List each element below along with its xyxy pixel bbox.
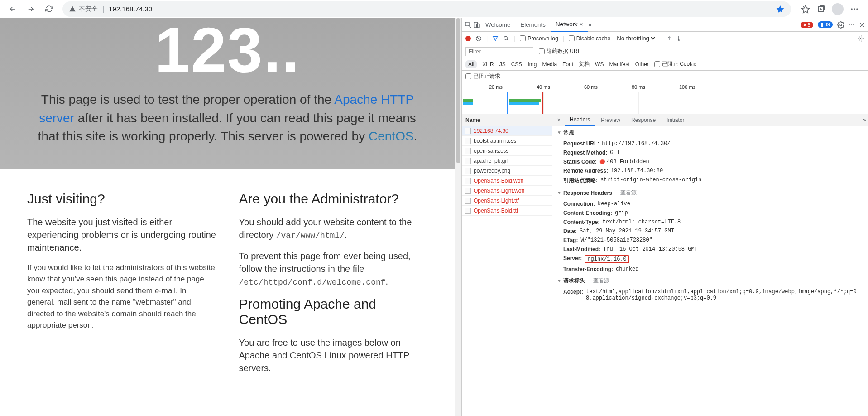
tab-elements[interactable]: Elements [516,18,550,32]
filter-icon[interactable] [492,35,499,42]
detail-tab-initiator[interactable]: Initiator [662,114,689,126]
hero-number: 123.. [27,18,428,82]
error-badge[interactable]: 5 [801,22,813,28]
forward-button[interactable] [24,2,38,16]
device-toggle-icon[interactable] [473,21,480,29]
scroll-thumb[interactable] [456,18,460,163]
type-all[interactable]: All [465,60,477,68]
devtools-panel: Welcome Elements Network× » 5 ▮ 39 ⋯ | |… [461,18,868,416]
warning-icon [69,5,76,13]
type-xhr[interactable]: XHR [482,61,494,68]
download-icon[interactable]: ⭳ [676,35,681,42]
request-row[interactable]: bootstrap.min.css [462,136,552,146]
page-viewport: 123.. This page is used to test the prop… [0,18,455,416]
request-name: apache_pb.gif [474,158,508,164]
detail-tab-headers[interactable]: Headers [565,114,595,126]
detail-tab-preview[interactable]: Preview [596,114,625,126]
disable-cache-checkbox[interactable]: Disable cache [569,35,610,42]
page-scrollbar[interactable] [455,18,461,416]
reload-button[interactable] [42,2,56,16]
content-columns: Just visiting? The website you just visi… [0,169,455,405]
request-row[interactable]: poweredby.png [462,166,552,176]
info-badge[interactable]: ▮ 39 [818,21,833,28]
type-other[interactable]: Other [635,61,649,68]
blocked-cookie-checkbox[interactable]: 已阻止 Cookie [654,60,697,68]
request-row[interactable]: OpenSans-Bold.woff [462,176,552,186]
record-icon[interactable] [465,36,471,41]
hide-data-url-checkbox[interactable]: 隐藏数据 URL [539,48,580,55]
general-header[interactable]: ▼常规 [552,126,868,139]
request-row[interactable]: OpenSans-Bold.ttf [462,206,552,216]
request-list: Name 192.168.74.30bootstrap.min.cssopen-… [462,114,552,416]
tab-welcome[interactable]: Welcome [481,18,515,32]
bookmark-star-icon[interactable] [776,5,785,14]
detail-overflow-icon[interactable]: » [863,117,866,123]
type-ws[interactable]: WS [595,61,604,68]
file-icon [465,178,471,184]
admin-p1: You should add your website content to t… [239,216,428,242]
response-headers-header[interactable]: ▼Response Headers查看源 [552,186,868,199]
security-label: 不安全 [79,5,98,13]
request-headers-section: ▼请求标头查看源 Accept:text/html,application/xh… [552,274,868,303]
request-name: open-sans.css [474,148,508,154]
request-name: 192.168.74.30 [474,128,508,134]
filter-input[interactable] [465,47,533,56]
svg-point-3 [856,8,858,10]
hero-banner: 123.. This page is used to test the prop… [0,18,455,169]
detail-tab-response[interactable]: Response [627,114,660,126]
admin-column: Are you the Administrator? You should ad… [239,191,428,382]
centos-link[interactable]: CentOS [369,129,414,143]
request-row[interactable]: apache_pb.gif [462,156,552,166]
preserve-log-checkbox[interactable]: Preserve log [520,35,558,42]
more-dots-icon[interactable]: ⋯ [849,22,854,28]
inspect-icon[interactable] [465,21,472,29]
search-icon[interactable] [503,35,509,42]
gear-icon[interactable] [837,21,844,29]
tabs-overflow-icon[interactable]: » [589,22,592,28]
svg-point-9 [504,36,507,39]
blocked-request-checkbox[interactable]: 已阻止请求 [465,73,500,80]
svg-point-10 [860,38,862,39]
request-row[interactable]: OpenSans-Light.woff [462,186,552,196]
promote-heading: Promoting Apache and CentOS [239,296,428,327]
type-media[interactable]: Media [542,61,557,68]
tab-close-icon[interactable]: × [580,21,583,28]
request-headers-header[interactable]: ▼请求标头查看源 [552,274,868,287]
type-manifest[interactable]: Manifest [609,61,629,68]
file-icon [465,128,471,134]
type-css[interactable]: CSS [511,61,523,68]
type-img[interactable]: Img [528,61,537,68]
request-row[interactable]: OpenSans-Light.ttf [462,196,552,206]
throttling-select[interactable]: No throttling [615,34,657,42]
request-detail: × Headers Preview Response Initiator » ▼… [552,114,868,416]
toolbar-right [797,3,863,15]
profile-avatar[interactable] [832,3,844,15]
svg-point-7 [840,24,842,26]
network-gear-icon[interactable] [858,35,864,42]
tab-network[interactable]: Network× [551,18,588,32]
request-row[interactable]: 192.168.74.30 [462,126,552,136]
waterfall-overview[interactable]: 20 ms 40 ms 60 ms 80 ms 100 ms [462,82,868,114]
upload-icon[interactable]: ↥ [667,35,671,42]
visiting-heading: Just visiting? [27,191,216,207]
address-bar[interactable]: 不安全 | 192.168.74.30 [62,1,791,17]
svg-point-1 [851,8,853,10]
detail-close-icon[interactable]: × [554,117,563,123]
response-headers-section: ▼Response Headers查看源 Connection:keep-ali… [552,186,868,274]
menu-dots-icon[interactable] [850,5,859,14]
request-row[interactable]: open-sans.css [462,146,552,156]
back-button[interactable] [5,2,20,16]
type-js[interactable]: JS [499,61,506,68]
type-font[interactable]: Font [562,61,573,68]
clear-icon[interactable] [475,35,482,42]
favorites-icon[interactable] [801,5,810,14]
type-filters: All XHR JS CSS Img Media Font 文档 WS Mani… [462,58,868,71]
visiting-p2: If you would like to let the administrat… [27,262,216,331]
type-doc[interactable]: 文档 [579,60,590,68]
file-icon [465,168,471,174]
name-header[interactable]: Name [462,114,552,126]
file-icon [465,208,471,214]
collections-icon[interactable] [816,5,825,14]
filter-row: 隐藏数据 URL [462,45,868,58]
devtools-close-icon[interactable] [859,22,865,28]
